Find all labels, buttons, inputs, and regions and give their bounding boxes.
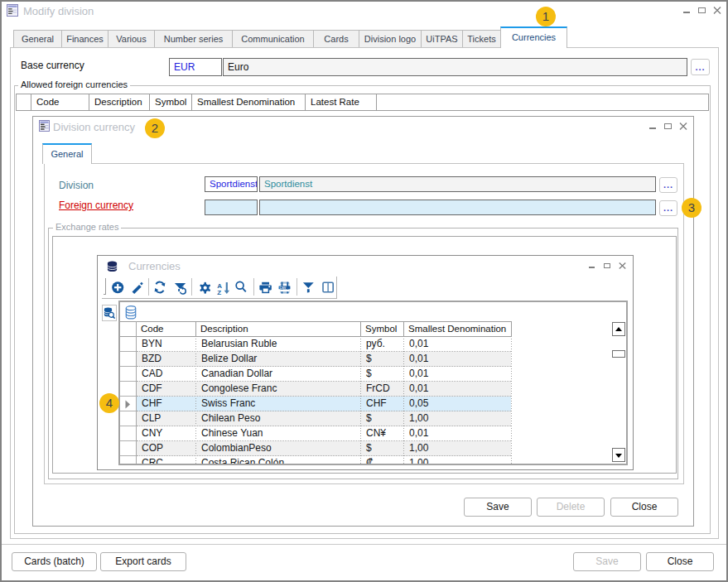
svg-text:CSV: CSV xyxy=(280,286,287,290)
svg-text:Z: Z xyxy=(217,289,221,296)
